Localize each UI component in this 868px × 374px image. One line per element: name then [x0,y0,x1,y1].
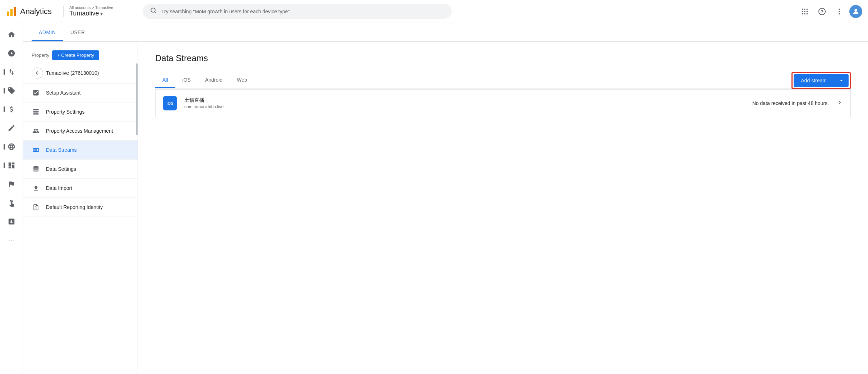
sidebar-item-home[interactable] [3,26,20,43]
svg-line-4 [155,12,156,13]
tab-admin[interactable]: ADMIN [32,24,63,41]
tab-user[interactable]: USER [63,24,92,41]
main-content: ADMIN USER Property + Create Property Tu… [23,23,868,374]
nav-item-setup-assistant[interactable]: Setup Assistant [23,83,138,102]
nav-item-data-import-label: Data Import [46,185,72,191]
svg-point-7 [807,8,808,10]
svg-point-17 [839,11,840,12]
sidebar-item-more[interactable]: ··· [3,232,20,249]
topnav-actions: ? [798,4,862,19]
stream-item[interactable]: iOS 土猫直播 com.tumaozhibo.live No data rec… [155,89,851,117]
svg-rect-20 [33,109,39,110]
search-icon [150,7,157,16]
left-panel: Property + Create Property Tumaolive (27… [23,42,138,374]
sidebar-item-flag[interactable] [3,175,20,193]
create-property-button[interactable]: + Create Property [52,50,99,60]
stream-name: 土猫直播 [184,97,745,104]
stream-tab-ios[interactable]: iOS [175,73,198,88]
dropdown-arrow[interactable]: ▾ [100,11,103,17]
nav-item-data-settings-label: Data Settings [46,166,76,172]
data-streams-icon [32,146,40,154]
ios-badge: iOS [163,96,177,110]
help-button[interactable]: ? [815,4,829,19]
add-stream-wrapper: Add stream [791,72,851,89]
stream-tab-all[interactable]: All [155,73,175,88]
account-breadcrumb[interactable]: All accounts > Tumaolive Tumaolive ▾ [69,5,134,17]
svg-point-10 [807,11,808,12]
breadcrumb-top: All accounts > Tumaolive [69,5,113,10]
search-placeholder: Try searching "MoM growth in users for e… [161,9,290,14]
nav-item-setup-assistant-label: Setup Assistant [46,90,81,96]
nav-item-data-streams[interactable]: Data Streams [23,141,138,160]
data-settings-icon [32,165,40,173]
svg-point-8 [802,11,803,12]
analytics-logo-icon [6,6,17,17]
nav-item-property-access[interactable]: Property Access Management [23,122,138,141]
svg-point-19 [854,9,857,11]
left-sidebar: ··· [0,23,23,374]
stream-list: iOS 土猫直播 com.tumaozhibo.live No data rec… [155,89,851,117]
sidebar-item-configure[interactable] [3,101,20,118]
svg-text:?: ? [821,9,823,14]
sidebar-item-reports[interactable] [3,45,20,62]
svg-point-18 [839,13,840,14]
search-bar[interactable]: Try searching "MoM growth in users for e… [143,4,452,19]
scrollbar-thumb [136,63,138,135]
top-navigation: Analytics All accounts > Tumaolive Tumao… [0,0,868,23]
stream-status: No data received in past 48 hours. [752,100,829,106]
nav-item-data-streams-label: Data Streams [46,147,77,153]
nav-item-property-access-label: Property Access Management [46,128,113,134]
data-import-icon [32,184,40,192]
logo[interactable]: Analytics [6,6,52,17]
nav-item-data-settings[interactable]: Data Settings [23,160,138,179]
app-title: Analytics [20,7,52,16]
current-account: Tumaolive [69,10,99,17]
nav-divider [63,6,64,17]
svg-rect-22 [33,113,39,114]
svg-rect-21 [33,111,39,112]
svg-point-23 [33,166,39,168]
property-access-icon [32,127,40,135]
nav-item-data-import[interactable]: Data Import [23,179,138,198]
back-button[interactable] [32,67,43,79]
sidebar-item-globe[interactable] [3,138,20,155]
property-settings-icon [32,108,40,116]
stream-tab-android[interactable]: Android [198,73,230,88]
ios-badge-label: iOS [167,101,174,105]
nav-item-default-reporting[interactable]: Default Reporting Identity [23,198,138,217]
nav-item-default-reporting-label: Default Reporting Identity [46,204,103,210]
stream-tab-web[interactable]: Web [230,73,254,88]
add-stream-dropdown[interactable] [834,74,849,87]
more-options-button[interactable] [832,4,846,19]
sidebar-item-pen[interactable] [3,119,20,137]
sidebar-item-advertising[interactable] [3,82,20,99]
default-reporting-icon [32,203,40,211]
svg-point-16 [839,8,840,10]
stream-info: 土猫直播 com.tumaozhibo.live [184,97,745,109]
svg-point-12 [804,13,805,14]
content-area: Property + Create Property Tumaolive (27… [23,42,868,374]
svg-rect-1 [10,9,13,16]
admin-tabs: ADMIN USER [23,23,868,42]
breadcrumb-main[interactable]: Tumaolive ▾ [69,10,113,17]
stream-tabs: All iOS Android Web [155,73,791,88]
svg-point-6 [804,8,805,10]
property-header: Property + Create Property [23,47,138,66]
svg-point-5 [802,8,803,10]
scrollbar-track[interactable] [136,42,138,374]
add-stream-label: Add stream [794,74,834,87]
nav-item-property-settings[interactable]: Property Settings [23,102,138,122]
sidebar-item-explore[interactable] [3,63,20,81]
svg-point-11 [802,13,803,14]
sidebar-item-dashboard[interactable] [3,157,20,174]
sidebar-item-hand[interactable] [3,194,20,211]
stream-chevron-icon [836,99,843,108]
property-name: Tumaolive (276130010) [46,70,99,76]
svg-rect-2 [14,7,16,16]
apps-button[interactable] [798,4,812,19]
nav-item-property-settings-label: Property Settings [46,109,84,115]
stream-url: com.tumaozhibo.live [184,104,745,109]
add-stream-button[interactable]: Add stream [794,74,849,87]
avatar[interactable] [849,5,862,18]
sidebar-item-analytics[interactable] [3,213,20,230]
